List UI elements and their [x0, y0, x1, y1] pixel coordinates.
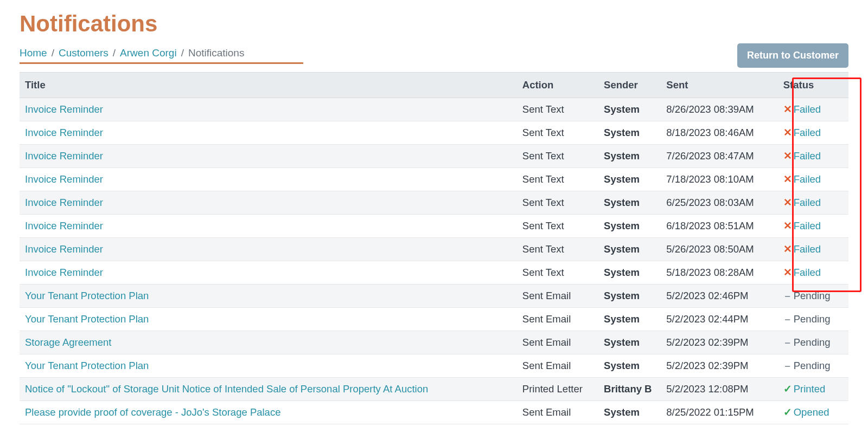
cell-sent: 5/2/2023 02:44PM	[661, 308, 777, 331]
check-icon: ✓	[783, 406, 792, 418]
table-row: Invoice ReminderSent TextSystem6/18/2023…	[20, 215, 848, 238]
col-header-sent[interactable]: Sent	[661, 73, 777, 98]
cell-sender: System	[604, 313, 640, 325]
dash-icon: –	[783, 337, 792, 348]
cell-action: Sent Email	[517, 354, 598, 378]
cell-action: Sent Text	[517, 191, 598, 215]
col-header-status[interactable]: Status	[778, 73, 848, 98]
x-icon: ✕	[783, 127, 792, 139]
cell-action: Sent Text	[517, 215, 598, 238]
cell-sender: System	[604, 127, 640, 138]
cell-sent: 7/18/2023 08:10AM	[661, 168, 777, 191]
cell-status: ✓Opened	[778, 401, 848, 424]
table-row: Invoice ReminderSent TextSystem8/26/2023…	[20, 98, 848, 121]
breadcrumb-sep: /	[113, 47, 116, 59]
notification-title-link[interactable]: Invoice Reminder	[25, 220, 103, 231]
table-row: Invoice ReminderSent TextSystem8/18/2023…	[20, 121, 848, 145]
notification-title-link[interactable]: Your Tenant Protection Plan	[25, 360, 149, 371]
notification-title-link[interactable]: Invoice Reminder	[25, 267, 103, 278]
cell-action: Sent Email	[517, 285, 598, 308]
cell-status: ✕Failed	[778, 98, 848, 121]
cell-sender: System	[604, 267, 640, 278]
x-icon: ✕	[783, 243, 792, 255]
breadcrumb-current: Notifications	[188, 47, 245, 59]
breadcrumb: Home / Customers / Arwen Corgi / Notific…	[20, 47, 303, 64]
table-row: Invoice ReminderSent TextSystem5/26/2023…	[20, 238, 848, 261]
notification-title-link[interactable]: Your Tenant Protection Plan	[25, 313, 149, 325]
table-row: Invoice ReminderSent TextSystem6/25/2023…	[20, 191, 848, 215]
cell-status: –Pending	[778, 285, 848, 308]
cell-status: ✕Failed	[778, 145, 848, 168]
cell-status: –Pending	[778, 354, 848, 378]
cell-sender: System	[604, 406, 640, 418]
cell-sender: System	[604, 337, 640, 348]
breadcrumb-sep: /	[181, 47, 184, 59]
notification-title-link[interactable]: Storage Agreement	[25, 337, 111, 348]
status-text: Pending	[794, 337, 831, 348]
cell-action: Sent Text	[517, 98, 598, 121]
breadcrumb-sep: /	[52, 47, 54, 59]
status-text: Printed	[794, 383, 826, 395]
notification-title-link[interactable]: Invoice Reminder	[25, 150, 103, 161]
table-row: Your Tenant Protection PlanSent EmailSys…	[20, 308, 848, 331]
cell-action: Sent Text	[517, 145, 598, 168]
header-row: Home / Customers / Arwen Corgi / Notific…	[20, 43, 848, 68]
return-to-customer-button[interactable]: Return to Customer	[737, 43, 848, 68]
cell-sent: 8/26/2023 08:39AM	[661, 98, 777, 121]
status-text: Pending	[794, 360, 831, 371]
cell-action: Sent Email	[517, 308, 598, 331]
cell-sent: 5/2/2023 02:39PM	[661, 331, 777, 354]
table-row: Your Tenant Protection PlanSent EmailSys…	[20, 285, 848, 308]
cell-sent: 8/18/2023 08:46AM	[661, 121, 777, 145]
cell-sender: System	[604, 173, 640, 185]
cell-action: Printed Letter	[517, 378, 598, 401]
dash-icon: –	[783, 360, 792, 372]
x-icon: ✕	[783, 150, 792, 162]
table-row: Invoice ReminderSent TextSystem5/18/2023…	[20, 261, 848, 285]
dash-icon: –	[783, 313, 792, 325]
status-text: Failed	[794, 243, 821, 255]
table-row: Your Tenant Protection PlanSent EmailSys…	[20, 354, 848, 378]
cell-status: ✕Failed	[778, 238, 848, 261]
col-header-sender[interactable]: Sender	[598, 73, 661, 98]
breadcrumb-home[interactable]: Home	[20, 47, 47, 59]
cell-action: Sent Text	[517, 238, 598, 261]
cell-sent: 5/2/2023 02:46PM	[661, 285, 777, 308]
cell-status: ✕Failed	[778, 168, 848, 191]
status-text: Pending	[794, 290, 831, 301]
col-header-title[interactable]: Title	[20, 73, 517, 98]
table-row: Invoice ReminderSent TextSystem7/18/2023…	[20, 168, 848, 191]
page-title: Notifications	[20, 11, 848, 37]
cell-sent: 8/25/2022 01:15PM	[661, 401, 777, 424]
cell-sender: System	[604, 104, 640, 115]
breadcrumb-customers[interactable]: Customers	[59, 47, 108, 59]
status-text: Failed	[794, 197, 821, 208]
status-text: Failed	[794, 173, 821, 185]
table-row: Storage AgreementSent EmailSystem5/2/202…	[20, 331, 848, 354]
x-icon: ✕	[783, 197, 792, 209]
notification-title-link[interactable]: Invoice Reminder	[25, 104, 103, 115]
cell-sent: 6/18/2023 08:51AM	[661, 215, 777, 238]
cell-sent: 5/18/2023 08:28AM	[661, 261, 777, 285]
table-body: Invoice ReminderSent TextSystem8/26/2023…	[20, 98, 848, 424]
notification-title-link[interactable]: Invoice Reminder	[25, 127, 103, 138]
cell-sent: 7/26/2023 08:47AM	[661, 145, 777, 168]
cell-status: ✓Printed	[778, 378, 848, 401]
dash-icon: –	[783, 290, 792, 302]
col-header-action[interactable]: Action	[517, 73, 598, 98]
notification-title-link[interactable]: Please provide proof of coverage - JoJo'…	[25, 406, 280, 418]
notification-title-link[interactable]: Invoice Reminder	[25, 197, 103, 208]
cell-status: –Pending	[778, 331, 848, 354]
cell-status: ✕Failed	[778, 191, 848, 215]
breadcrumb-customer-name[interactable]: Arwen Corgi	[120, 47, 177, 59]
cell-sender: System	[604, 220, 640, 231]
cell-status: ✕Failed	[778, 261, 848, 285]
notification-title-link[interactable]: Notice of "Lockout" of Storage Unit Noti…	[25, 383, 428, 395]
notification-title-link[interactable]: Your Tenant Protection Plan	[25, 290, 149, 301]
cell-status: ✕Failed	[778, 215, 848, 238]
cell-status: ✕Failed	[778, 121, 848, 145]
notification-title-link[interactable]: Invoice Reminder	[25, 243, 103, 255]
table-row: Invoice ReminderSent TextSystem7/26/2023…	[20, 145, 848, 168]
page-wrap: Notifications Home / Customers / Arwen C…	[20, 11, 848, 424]
notification-title-link[interactable]: Invoice Reminder	[25, 173, 103, 185]
